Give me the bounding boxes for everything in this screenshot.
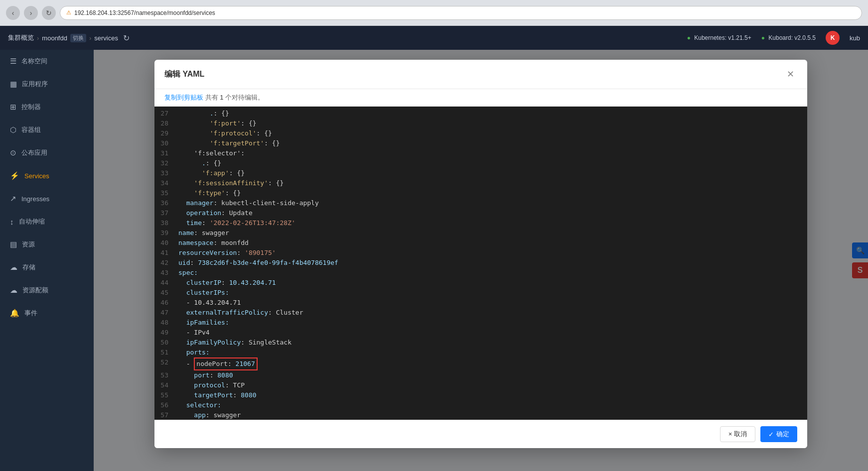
code-editor[interactable]: 27 .: {}28 'f:port': {}29 'f:protocol': … bbox=[154, 107, 807, 420]
cancel-button[interactable]: × 取消 bbox=[720, 426, 755, 442]
table-row: 38 time: '2022-02-26T13:47:28Z' bbox=[154, 218, 807, 228]
security-icon: ⚠ bbox=[66, 9, 71, 16]
sidebar-item-publish[interactable]: ⊙ 公布应用 bbox=[0, 141, 94, 164]
line-number: 38 bbox=[154, 218, 174, 228]
refresh-button[interactable]: ↻ bbox=[123, 33, 130, 43]
line-content: 'f:targetPort': {} bbox=[174, 138, 807, 148]
sidebar-label-containers: 容器组 bbox=[21, 125, 41, 134]
sidebar-item-containers[interactable]: ⬡ 容器组 bbox=[0, 118, 94, 141]
table-row: 37 operation: Update bbox=[154, 208, 807, 218]
line-number: 45 bbox=[154, 288, 174, 298]
sidebar-item-autoscaling[interactable]: ↕ 自动伸缩 bbox=[0, 210, 94, 233]
modal-subheader: 复制到剪贴板 共有 1 个对待编辑。 bbox=[154, 89, 807, 107]
line-number: 30 bbox=[154, 138, 174, 148]
table-row: 33 'f:app': {} bbox=[154, 168, 807, 178]
sidebar-label-applications: 应用程序 bbox=[22, 80, 48, 89]
line-content: targetPort: 8080 bbox=[174, 390, 807, 400]
sidebar-item-ingresses[interactable]: ↗ Ingresses bbox=[0, 187, 94, 210]
content-area: 🔍 S 编辑 YAML ✕ 复制到剪贴板 共有 1 个对待编辑。 bbox=[94, 50, 868, 471]
line-content: protocol: TCP bbox=[174, 380, 807, 390]
breadcrumb-namespace[interactable]: moonfdd bbox=[42, 34, 67, 42]
subheader-count: 1 bbox=[220, 94, 225, 101]
ingresses-icon: ↗ bbox=[10, 194, 16, 203]
table-row: 45 clusterIPs: bbox=[154, 288, 807, 298]
subheader-suffix: 个对待编辑。 bbox=[225, 94, 264, 101]
line-content: ipFamilies: bbox=[174, 318, 807, 328]
table-row: 34 'f:sessionAffinity': {} bbox=[154, 178, 807, 188]
modal-close-button[interactable]: ✕ bbox=[784, 68, 797, 81]
line-number: 49 bbox=[154, 328, 174, 338]
sidebar-item-resources[interactable]: ▤ 资源 bbox=[0, 233, 94, 256]
storage-icon: ☁ bbox=[10, 263, 17, 272]
line-number: 33 bbox=[154, 168, 174, 178]
line-content: - IPv4 bbox=[174, 328, 807, 338]
resource-quota-icon: ☁ bbox=[10, 286, 17, 295]
table-row: 52 - nodePort: 21067 bbox=[154, 357, 807, 370]
line-content: spec: bbox=[174, 268, 807, 278]
table-row: 44 clusterIP: 10.43.204.71 bbox=[154, 278, 807, 288]
line-number: 44 bbox=[154, 278, 174, 288]
line-number: 43 bbox=[154, 268, 174, 278]
line-number: 42 bbox=[154, 258, 174, 268]
line-content: namespace: moonfdd bbox=[174, 238, 807, 248]
sidebar-label-ingresses: Ingresses bbox=[21, 195, 49, 203]
user-avatar[interactable]: K bbox=[826, 31, 840, 45]
sidebar-item-storage[interactable]: ☁ 存储 bbox=[0, 256, 94, 279]
table-row: 28 'f:port': {} bbox=[154, 118, 807, 128]
line-number: 34 bbox=[154, 178, 174, 188]
line-content: 'f:type': {} bbox=[174, 188, 807, 198]
table-row: 27 .: {} bbox=[154, 109, 807, 118]
publish-icon: ⊙ bbox=[10, 148, 16, 157]
table-row: 53 port: 8080 bbox=[154, 370, 807, 380]
breadcrumb: 集群概览 › moonfdd 切换 › services bbox=[8, 33, 118, 42]
table-row: 40namespace: moonfdd bbox=[154, 238, 807, 248]
line-number: 40 bbox=[154, 238, 174, 248]
breadcrumb-sep-2: › bbox=[89, 34, 91, 42]
applications-icon: ▦ bbox=[10, 80, 17, 89]
back-button[interactable]: ‹ bbox=[6, 6, 20, 20]
breadcrumb-services[interactable]: services bbox=[94, 34, 118, 42]
modal-title: 编辑 YAML bbox=[164, 69, 204, 80]
autoscaling-icon: ↕ bbox=[10, 218, 14, 226]
namespace-tag[interactable]: 切换 bbox=[70, 34, 86, 42]
sidebar-label-resource-quota: 资源配额 bbox=[22, 286, 48, 295]
table-row: 43spec: bbox=[154, 268, 807, 278]
table-row: 32 .: {} bbox=[154, 158, 807, 168]
sidebar-item-applications[interactable]: ▦ 应用程序 bbox=[0, 73, 94, 96]
sidebar-label-autoscaling: 自动伸缩 bbox=[19, 217, 45, 226]
line-number: 52 bbox=[154, 357, 174, 370]
line-number: 39 bbox=[154, 228, 174, 238]
copy-clipboard-link[interactable]: 复制到剪贴板 bbox=[164, 94, 203, 101]
sidebar-item-resource-quota[interactable]: ☁ 资源配额 bbox=[0, 279, 94, 302]
sidebar-item-services[interactable]: ⚡ Services bbox=[0, 164, 94, 187]
forward-button[interactable]: › bbox=[24, 6, 38, 20]
kuboard-version: v2.0.5.5 bbox=[794, 34, 816, 41]
line-content: uid: 738c2d6f-b3de-4fe0-99fa-f4b4078619e… bbox=[174, 258, 807, 268]
confirm-button[interactable]: ✓ 确定 bbox=[760, 426, 797, 442]
table-row: 57 app: swagger bbox=[154, 410, 807, 420]
sidebar-item-namespace[interactable]: ☰ 名称空间 bbox=[0, 50, 94, 73]
kubernetes-version: v1.21.5+ bbox=[728, 34, 751, 41]
table-row: 51 ports: bbox=[154, 348, 807, 357]
sidebar-item-controllers[interactable]: ⊞ 控制器 bbox=[0, 96, 94, 118]
line-number: 53 bbox=[154, 370, 174, 380]
line-content: - 10.43.204.71 bbox=[174, 298, 807, 308]
line-number: 50 bbox=[154, 338, 174, 348]
breadcrumb-home[interactable]: 集群概览 bbox=[8, 33, 34, 42]
table-row: 41resourceVersion: '890175' bbox=[154, 248, 807, 258]
line-content: 'f:sessionAffinity': {} bbox=[174, 178, 807, 188]
line-number: 28 bbox=[154, 118, 174, 128]
line-content: 'f:selector': bbox=[174, 148, 807, 158]
table-row: 49 - IPv4 bbox=[154, 328, 807, 338]
sidebar-item-events[interactable]: 🔔 事件 bbox=[0, 302, 94, 325]
sidebar-label-publish: 公布应用 bbox=[21, 148, 47, 157]
line-number: 51 bbox=[154, 348, 174, 357]
reload-button[interactable]: ↻ bbox=[42, 6, 56, 20]
modal-body: 27 .: {}28 'f:port': {}29 'f:protocol': … bbox=[154, 107, 807, 420]
line-number: 55 bbox=[154, 390, 174, 400]
line-number: 48 bbox=[154, 318, 174, 328]
line-number: 41 bbox=[154, 248, 174, 258]
table-row: 47 externalTrafficPolicy: Cluster bbox=[154, 308, 807, 318]
main-layout: ☰ 名称空间 ▦ 应用程序 ⊞ 控制器 ⬡ 容器组 ⊙ 公布应用 ⚡ Servi… bbox=[0, 50, 868, 471]
modal-footer: × 取消 ✓ 确定 bbox=[154, 420, 807, 448]
